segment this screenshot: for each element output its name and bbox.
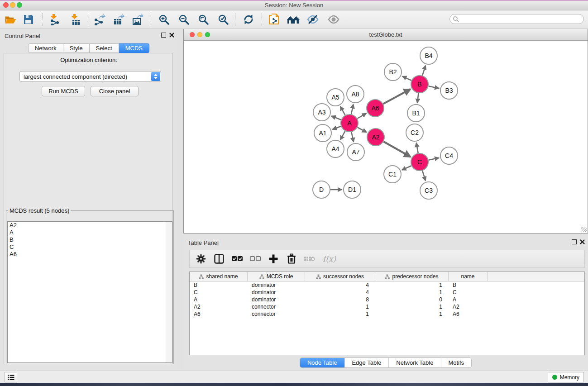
graph-edge-A-A6[interactable] bbox=[357, 114, 366, 119]
import-network-icon[interactable] bbox=[47, 12, 63, 27]
delete-column-icon[interactable] bbox=[286, 253, 297, 265]
graph-edge-A-A8[interactable] bbox=[351, 105, 353, 114]
graph-edge-B-B2[interactable] bbox=[402, 76, 411, 81]
optimization-criterion-select[interactable]: largest connected component (directed) bbox=[19, 71, 161, 82]
graph-edge-C-C4[interactable] bbox=[429, 158, 439, 160]
zoom-out-icon[interactable] bbox=[176, 12, 192, 27]
table-cell: 1 bbox=[305, 304, 375, 310]
table-cell: A bbox=[190, 296, 248, 303]
result-item[interactable]: A bbox=[8, 229, 172, 236]
network-file-icon[interactable] bbox=[266, 12, 282, 27]
control-panel-title: Control Panel bbox=[5, 33, 40, 39]
add-column-icon[interactable] bbox=[268, 253, 279, 265]
graph-edge-A-A4[interactable] bbox=[340, 131, 345, 140]
column-header-label: name bbox=[461, 273, 474, 280]
graph-edge-B-B3[interactable] bbox=[429, 86, 439, 88]
table-settings-gear-icon[interactable] bbox=[195, 253, 207, 265]
table-cell: 8 bbox=[305, 296, 375, 303]
graph-node-label: B3 bbox=[445, 87, 453, 94]
table-row[interactable]: Cdominator41C bbox=[190, 289, 584, 296]
result-item[interactable]: B bbox=[8, 236, 172, 243]
result-item[interactable]: A2 bbox=[8, 222, 172, 229]
close-panel-icon[interactable] bbox=[168, 32, 175, 38]
graph-edge-A2-C[interactable] bbox=[383, 142, 411, 157]
table-row[interactable]: Adominator80A bbox=[190, 296, 584, 303]
tab-network[interactable]: Network bbox=[28, 43, 63, 53]
float-panel-icon[interactable] bbox=[160, 32, 167, 38]
memory-button[interactable]: Memory bbox=[548, 372, 584, 382]
graph-edge-A-A1[interactable] bbox=[333, 126, 341, 129]
column-header[interactable]: MCDS role bbox=[248, 272, 305, 281]
network-canvas[interactable]: A5A8A3A1A4A7AA6A2BB2B4B3B1CC2C4C1C3DD1 bbox=[184, 41, 588, 233]
column-header[interactable]: successor nodes bbox=[305, 272, 375, 281]
column-header[interactable]: shared name bbox=[190, 272, 248, 281]
show-graphics-details-icon[interactable] bbox=[325, 12, 342, 27]
graph-edge-C-C3[interactable] bbox=[422, 171, 425, 181]
task-history-button[interactable] bbox=[5, 372, 17, 382]
graph-node-label: A7 bbox=[352, 148, 359, 156]
float-table-panel-icon[interactable] bbox=[571, 238, 577, 245]
graph-edge-C-C2[interactable] bbox=[416, 143, 418, 153]
table-cell: A bbox=[449, 296, 488, 303]
graph-node-label: A5 bbox=[331, 94, 339, 101]
refresh-icon[interactable] bbox=[240, 12, 257, 27]
tab-edge-table[interactable]: Edge Table bbox=[344, 358, 388, 367]
deselect-all-columns-icon[interactable] bbox=[249, 253, 261, 265]
session-title: Session: New Session bbox=[0, 2, 588, 9]
graph-edge-B-B1[interactable] bbox=[417, 93, 419, 103]
select-all-columns-icon[interactable] bbox=[231, 253, 243, 265]
export-image-icon[interactable] bbox=[129, 12, 146, 27]
run-mcds-button[interactable]: Run MCDS bbox=[42, 86, 85, 96]
resize-grip-icon[interactable] bbox=[581, 227, 587, 232]
close-table-panel-icon[interactable] bbox=[579, 238, 585, 245]
hide-graphics-details-icon[interactable] bbox=[305, 12, 321, 27]
graph-node-label: B4 bbox=[425, 52, 432, 59]
tab-network-table[interactable]: Network Table bbox=[388, 358, 440, 367]
search-box[interactable] bbox=[449, 14, 584, 24]
result-scrollbar-track[interactable] bbox=[166, 222, 172, 362]
graph-edge-A-A5[interactable] bbox=[340, 106, 345, 115]
zoom-fit-icon[interactable] bbox=[195, 12, 211, 27]
graph-edge-B-B4[interactable] bbox=[422, 66, 425, 76]
show-columns-icon[interactable] bbox=[213, 253, 225, 265]
home-icon[interactable] bbox=[285, 12, 301, 27]
tab-style[interactable]: Style bbox=[63, 43, 90, 53]
table-panel-title: Table Panel bbox=[188, 239, 219, 246]
table-cell: 1 bbox=[375, 311, 449, 317]
graph-edge-A6-B[interactable] bbox=[383, 89, 411, 104]
column-header[interactable]: predecessor nodes bbox=[375, 272, 449, 281]
export-network-icon[interactable] bbox=[91, 12, 108, 27]
open-session-icon[interactable] bbox=[2, 12, 19, 27]
search-input[interactable] bbox=[461, 15, 581, 23]
column-header-label: successor nodes bbox=[323, 273, 364, 280]
save-session-icon[interactable] bbox=[20, 12, 37, 27]
graph-edge-A-A3[interactable] bbox=[331, 116, 341, 119]
graph-node-label: B bbox=[417, 81, 421, 88]
tab-select[interactable]: Select bbox=[90, 43, 119, 53]
toolbar-separator bbox=[235, 13, 235, 26]
mcds-result-list[interactable]: A2ABCA6 bbox=[7, 221, 172, 363]
toolbar-separator bbox=[151, 13, 151, 26]
graph-node-label: A bbox=[347, 119, 352, 127]
result-item[interactable]: C bbox=[8, 243, 172, 251]
optimization-criterion-label: Optimization criterion: bbox=[0, 57, 177, 63]
table-cell: 1 bbox=[375, 304, 449, 310]
graph-edge-A-A7[interactable] bbox=[351, 132, 354, 142]
tab-mcds[interactable]: MCDS bbox=[119, 43, 149, 53]
table-row[interactable]: A2connector11A2 bbox=[190, 303, 584, 310]
column-type-icon bbox=[259, 274, 264, 279]
tab-motifs[interactable]: Motifs bbox=[440, 358, 471, 367]
table-cell: C bbox=[190, 289, 248, 295]
table-row[interactable]: Bdominator41B bbox=[190, 281, 584, 289]
graph-edge-C-C1[interactable] bbox=[402, 166, 411, 170]
export-table-icon[interactable] bbox=[110, 12, 127, 27]
table-row[interactable]: A6connector11A6 bbox=[190, 310, 584, 318]
zoom-selected-icon[interactable] bbox=[215, 12, 231, 27]
close-panel-button[interactable]: Close panel bbox=[91, 86, 139, 96]
column-header[interactable]: name bbox=[449, 272, 488, 281]
import-table-icon[interactable] bbox=[67, 12, 84, 27]
result-item[interactable]: A6 bbox=[8, 251, 172, 258]
zoom-in-icon[interactable] bbox=[156, 12, 172, 27]
graph-edge-A-A2[interactable] bbox=[358, 127, 367, 132]
tab-node-table[interactable]: Node Table bbox=[300, 358, 344, 367]
